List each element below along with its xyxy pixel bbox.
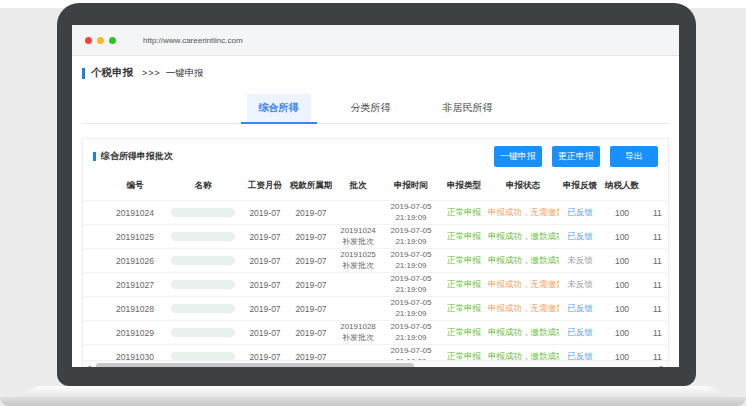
cell-taxpayer-count: 100 [601,297,643,321]
cell-taxpayer-count: 100 [601,321,643,345]
table-row: 201910272019-072019-072019-07-0521:19:09… [83,273,668,297]
cell-tax-period: 2019-07 [287,273,335,297]
name-placeholder [171,280,235,289]
cell-batch-id: 20191028 [107,297,163,321]
url-text[interactable]: http://www.careerintlinc.com [143,36,243,45]
cell-declare-time: 2019-07-0521:19:09 [381,249,441,273]
declare-time-text: 2019-07-0521:19:09 [382,274,440,295]
declaration-batches-panel: 综合所得申报批次 一键申报 更正申报 导出 [82,138,669,367]
cell-declare-feedback: 已反馈 [559,345,601,361]
laptop-screen: http://www.careerintlinc.com 个税申报 >>> 一键… [72,25,679,367]
cell-salary-month: 2019-07 [243,249,287,273]
declare-time-text: 2019-07-0521:19:09 [382,346,440,360]
breadcrumb: 个税申报 >>> 一键申报 [82,66,679,80]
row-select-cell [83,321,107,345]
declare-type-badge: 正常申报 [447,279,481,289]
declare-status-badge: 申报成功，无需缴款 [488,207,559,217]
cell-batch [335,345,381,361]
cell-batch-id: 20191024 [107,201,163,225]
col-header-declare-status: 申报状态 [487,172,559,201]
correct-declaration-button[interactable]: 更正申报 [552,146,600,167]
select-all-cell [83,172,107,201]
batch-text: 20191024补发批次 [336,226,380,247]
one-click-declare-button[interactable]: 一键申报 [494,146,542,167]
table-row: 201910252019-072019-0720191024补发批次2019-0… [83,225,668,249]
declare-feedback-badge: 已反馈 [567,351,593,361]
row-select-cell [83,225,107,249]
cell-clipped-value: 11 [643,321,668,345]
breadcrumb-current: 一键申报 [166,67,204,80]
cell-declare-feedback: 未反馈 [559,249,601,273]
cell-declare-status: 申报成功，无需缴款 [487,201,559,225]
cell-declare-time: 2019-07-0521:19:09 [381,297,441,321]
cell-salary-month: 2019-07 [243,297,287,321]
col-header-declare-time: 申报时间 [381,172,441,201]
tab-classified-income[interactable]: 分类所得 [339,94,403,123]
name-placeholder [171,352,235,360]
cell-tax-period: 2019-07 [287,321,335,345]
col-header-clipped [643,172,668,201]
cell-clipped-value: 11 [643,297,668,321]
declare-feedback-badge: 已反馈 [567,327,593,337]
cell-tax-period: 2019-07 [287,345,335,361]
cell-salary-month: 2019-07 [243,345,287,361]
declare-time-text: 2019-07-0521:19:09 [382,298,440,319]
cell-batch: 20191025补发批次 [335,249,381,273]
tab-nonresident-income[interactable]: 非居民所得 [431,94,505,123]
declare-time-text: 2019-07-0521:19:09 [382,250,440,271]
laptop-stand-base [0,397,746,406]
cell-name [163,249,243,273]
cell-clipped-value: 11 [643,273,668,297]
cell-name [163,201,243,225]
cell-declare-type: 正常申报 [441,321,487,345]
horizontal-scrollbar[interactable]: ◄ ► [83,360,668,367]
cell-batch [335,273,381,297]
declare-feedback-badge: 已反馈 [567,231,593,241]
declare-status-badge: 申报成功，无需缴款 [488,279,559,289]
col-header-taxpayer-count: 纳税人数 [601,172,643,201]
scrollbar-thumb[interactable] [96,363,414,367]
scroll-right-icon[interactable]: ► [659,364,665,368]
browser-chrome-bar: http://www.careerintlinc.com [72,25,679,56]
cell-batch [335,201,381,225]
cell-declare-type: 正常申报 [441,249,487,273]
cell-name [163,321,243,345]
table-row: 201910302019-072019-072019-07-0521:19:09… [83,345,668,361]
col-header-name: 名称 [163,172,243,201]
title-accent-bar [82,68,85,79]
cell-salary-month: 2019-07 [243,273,287,297]
declare-type-badge: 正常申报 [447,231,481,241]
name-placeholder [171,208,235,217]
cell-name [163,345,243,361]
export-button[interactable]: 导出 [610,146,658,167]
window-close-icon[interactable] [85,37,92,44]
window-maximize-icon[interactable] [109,37,116,44]
batch-text: 20191028补发批次 [336,322,380,343]
name-placeholder [171,304,235,313]
cell-declare-feedback: 已反馈 [559,201,601,225]
cell-declare-type: 正常申报 [441,273,487,297]
scroll-left-icon[interactable]: ◄ [86,364,92,368]
cell-salary-month: 2019-07 [243,321,287,345]
window-minimize-icon[interactable] [97,37,104,44]
row-select-cell [83,249,107,273]
cell-declare-status: 申报成功，缴款成功 [487,225,559,249]
row-select-cell [83,201,107,225]
declare-status-badge: 申报成功，无需缴款 [488,303,559,313]
cell-taxpayer-count: 100 [601,249,643,273]
batches-table: 编号 名称 工资月份 税款所属期 批次 申报时间 申报类型 申报状态 申报反馈 … [83,172,668,360]
cell-taxpayer-count: 100 [601,345,643,361]
cell-salary-month: 2019-07 [243,225,287,249]
declare-time-text: 2019-07-0521:19:09 [382,202,440,223]
cell-salary-month: 2019-07 [243,201,287,225]
table-body: 201910242019-072019-072019-07-0521:19:09… [83,201,668,361]
row-select-cell [83,297,107,321]
col-header-id: 编号 [107,172,163,201]
cell-clipped-value: 11 [643,225,668,249]
cell-declare-time: 2019-07-0521:19:09 [381,225,441,249]
tab-comprehensive-income[interactable]: 综合所得 [247,94,311,123]
cell-tax-period: 2019-07 [287,201,335,225]
declare-type-badge: 正常申报 [447,327,481,337]
col-header-tax-period: 税款所属期 [287,172,335,201]
declare-feedback-badge: 未反馈 [567,279,593,289]
